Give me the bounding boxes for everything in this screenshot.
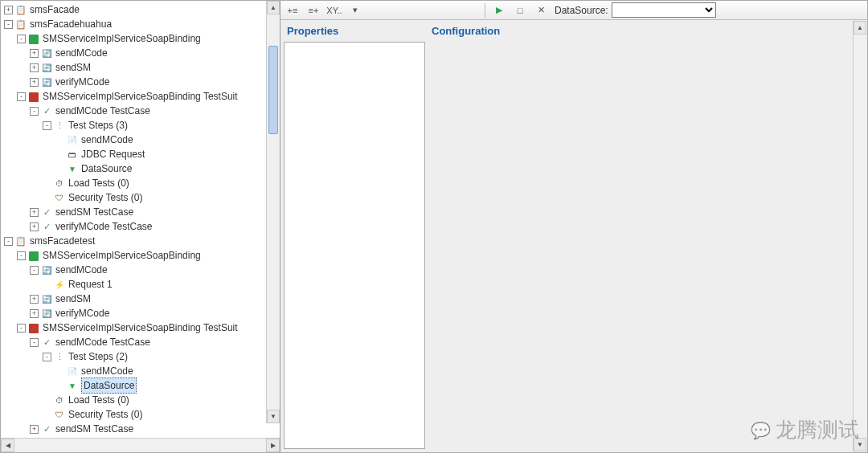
tree-item-label[interactable]: verifyMCode TestCase — [55, 436, 153, 438]
scroll-thumb[interactable] — [268, 46, 278, 134]
tree-item-label[interactable]: sendSM TestCase — [55, 205, 133, 219]
tree-row[interactable]: +Security Tests (0) — [2, 407, 280, 422]
tree-item-label[interactable]: sendSM — [55, 60, 91, 75]
tree-row[interactable]: +sendSM TestCase — [2, 422, 280, 436]
tree-row[interactable]: +verifyMCode TestCase — [2, 219, 280, 234]
tree-item-label[interactable]: sendMCode TestCase — [55, 104, 150, 118]
tree-row[interactable]: -SMSServiceImplServiceSoapBinding — [2, 31, 280, 46]
collapse-icon[interactable]: - — [30, 266, 39, 275]
tree-item-label[interactable]: Load Tests (0) — [68, 393, 129, 407]
tree-item-label[interactable]: verifyMCode — [55, 75, 109, 89]
properties-box[interactable] — [284, 42, 425, 449]
collapse-icon[interactable]: - — [4, 20, 13, 29]
tree-item-label[interactable]: Security Tests (0) — [68, 190, 142, 205]
tree-row[interactable]: -SMSServiceImplServiceSoapBinding TestSu… — [2, 89, 280, 104]
tree-row[interactable]: +verifyMCode TestCase — [2, 436, 280, 438]
tree-item-label[interactable]: DataSource — [81, 161, 132, 176]
scroll-up-icon[interactable]: ▲ — [267, 1, 280, 14]
tree-item-label[interactable]: Security Tests (0) — [68, 407, 142, 422]
collapse-icon[interactable]: - — [30, 338, 39, 347]
datasource-select[interactable] — [612, 2, 716, 18]
expand-icon[interactable]: + — [30, 49, 39, 58]
expand-icon[interactable]: + — [30, 63, 39, 72]
scroll-left-icon[interactable]: ◀ — [1, 439, 14, 452]
tree-item-label[interactable]: SMSServiceImplServiceSoapBinding — [43, 248, 201, 263]
scroll-up-icon[interactable]: ▲ — [854, 21, 866, 35]
tree-item-label[interactable]: smsFacadetest — [30, 234, 95, 248]
scroll-down-icon[interactable]: ▼ — [854, 438, 866, 451]
tree-row[interactable]: +sendSM — [2, 60, 280, 75]
hscroll-track[interactable] — [14, 439, 266, 452]
tree-row[interactable]: -SMSServiceImplServiceSoapBinding — [2, 248, 280, 263]
tree-row[interactable]: +verifyMCode — [2, 306, 280, 320]
xy-button[interactable]: XY.. — [326, 2, 343, 18]
tree-row[interactable]: +sendMCode — [2, 133, 280, 147]
tree-item-label[interactable]: JDBC Request — [81, 147, 145, 161]
stop-button[interactable]: □ — [511, 2, 529, 18]
expand-icon[interactable]: + — [30, 295, 39, 304]
tree-row[interactable]: +Request 1 — [2, 277, 280, 292]
tree-row[interactable]: +DataSource — [2, 378, 280, 393]
tree-row[interactable]: +sendSM TestCase — [2, 205, 280, 219]
tree-item-label[interactable]: verifyMCode TestCase — [55, 219, 153, 234]
tree-row[interactable]: +Load Tests (0) — [2, 393, 280, 407]
tree-row[interactable]: -Test Steps (3) — [2, 118, 280, 133]
collapse-icon[interactable]: - — [17, 251, 26, 260]
collapse-icon[interactable]: - — [17, 35, 26, 43]
scroll-down-icon[interactable]: ▼ — [267, 410, 280, 423]
expand-icon[interactable]: + — [30, 208, 39, 217]
tree-row[interactable]: +sendMCode — [2, 46, 280, 60]
tree-item-label[interactable]: smsFacade — [30, 2, 80, 17]
scroll-right-icon[interactable]: ▶ — [266, 439, 280, 452]
insert-row-button[interactable]: ≡+ — [305, 2, 322, 18]
configuration-box[interactable] — [428, 42, 864, 449]
tree-item-label[interactable]: sendMCode — [81, 133, 133, 147]
tree-item-label[interactable]: Test Steps (3) — [68, 118, 128, 133]
tree-row[interactable]: -smsFacadetest — [2, 234, 280, 248]
tree-item-label[interactable]: Request 1 — [68, 277, 113, 292]
collapse-icon[interactable]: - — [43, 121, 51, 130]
tree-row[interactable]: +verifyMCode — [2, 75, 280, 89]
tree-item-label[interactable]: verifyMCode — [55, 306, 109, 320]
tree-vscroll[interactable]: ▲ ▼ — [266, 1, 280, 423]
expand-icon[interactable]: + — [4, 6, 13, 14]
tree-item-label[interactable]: SMSServiceImplServiceSoapBinding TestSui… — [43, 320, 238, 335]
tree-row[interactable]: -sendMCode — [2, 263, 280, 277]
tree-item-label[interactable]: sendSM TestCase — [55, 422, 133, 436]
tree-hscroll[interactable]: ◀ ▶ — [1, 438, 280, 452]
collapse-icon[interactable]: - — [30, 107, 39, 116]
toolbar-dropdown-icon[interactable]: ▾ — [346, 2, 364, 18]
tree-row[interactable]: -sendMCode TestCase — [2, 335, 280, 349]
tree-item-label[interactable]: sendSM — [55, 292, 91, 306]
tree-item-label[interactable]: Test Steps (2) — [68, 349, 128, 364]
collapse-icon[interactable]: - — [4, 237, 13, 246]
expand-icon[interactable]: + — [30, 425, 39, 434]
tree-row[interactable]: -sendMCode TestCase — [2, 104, 280, 118]
tree-row[interactable]: +sendSM — [2, 292, 280, 306]
tree-item-label[interactable]: sendMCode TestCase — [55, 335, 150, 349]
tree-row[interactable]: +JDBC Request — [2, 147, 280, 161]
tree-row[interactable]: +sendMCode — [2, 364, 280, 378]
run-button[interactable]: ▶ — [490, 2, 508, 18]
tree-row[interactable]: +DataSource — [2, 161, 280, 176]
project-tree[interactable]: +smsFacade-smsFacadehuahua-SMSServiceImp… — [1, 1, 280, 438]
add-row-button[interactable]: +≡ — [284, 2, 301, 18]
tree-item-label[interactable]: Load Tests (0) — [68, 176, 129, 190]
tree-item-label[interactable]: sendMCode — [55, 263, 108, 277]
tree-item-label[interactable]: sendMCode — [81, 364, 133, 378]
expand-icon[interactable]: + — [30, 78, 39, 87]
collapse-icon[interactable]: - — [43, 353, 51, 361]
tree-item-label[interactable]: SMSServiceImplServiceSoapBinding TestSui… — [43, 89, 238, 104]
tree-row[interactable]: +smsFacade — [2, 2, 280, 17]
collapse-icon[interactable]: - — [17, 324, 26, 333]
editor-vscroll[interactable]: ▲ ▼ — [853, 21, 866, 451]
tree-row[interactable]: -SMSServiceImplServiceSoapBinding TestSu… — [2, 320, 280, 335]
tree-item-label[interactable]: SMSServiceImplServiceSoapBinding — [43, 31, 201, 46]
expand-icon[interactable]: + — [30, 309, 39, 318]
tree-row[interactable]: -Test Steps (2) — [2, 349, 280, 364]
tools-button[interactable]: ✕ — [532, 2, 550, 18]
tree-row[interactable]: -smsFacadehuahua — [2, 17, 280, 31]
expand-icon[interactable]: + — [30, 222, 39, 231]
tree-item-label[interactable]: DataSource — [81, 378, 137, 394]
collapse-icon[interactable]: - — [17, 92, 26, 101]
